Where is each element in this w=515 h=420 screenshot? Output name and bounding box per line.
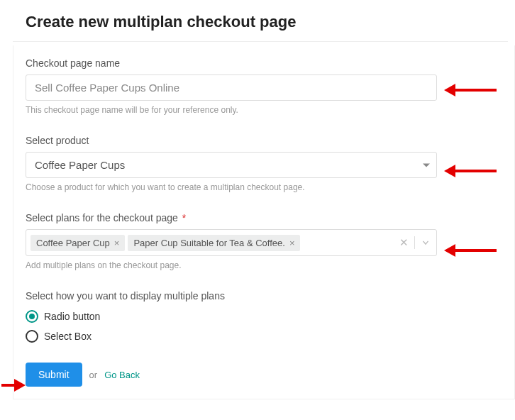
plan-tag: Coffee Paper Cup ×	[31, 235, 125, 251]
display-field: Select how you want to display multiple …	[26, 290, 437, 343]
plans-label: Select plans for the checkout page *	[26, 212, 437, 223]
product-label: Select product	[26, 135, 437, 146]
page-title: Create new multiplan checkout page	[26, 13, 437, 31]
checkout-name-field: Checkout page name This checkout page na…	[26, 57, 437, 115]
checkout-name-helper: This checkout page name will be for your…	[26, 105, 437, 115]
separator	[414, 236, 415, 249]
plan-tag: Paper Cup Suitable for Tea & Coffee. ×	[128, 235, 300, 251]
radio-icon	[26, 330, 38, 343]
required-indicator: *	[182, 212, 186, 223]
product-selected-value: Coffee Paper Cups	[35, 159, 125, 171]
submit-button[interactable]: Submit	[26, 363, 82, 387]
radio-label: Select Box	[44, 331, 92, 342]
product-helper: Choose a product for which you want to c…	[26, 182, 437, 192]
go-back-link[interactable]: Go Back	[104, 370, 140, 380]
plans-field: Select plans for the checkout page * Cof…	[26, 212, 437, 270]
radio-label: Radio button	[44, 311, 100, 322]
chevron-down-icon[interactable]	[419, 238, 432, 248]
checkout-name-label: Checkout page name	[26, 57, 437, 69]
remove-tag-icon[interactable]: ×	[114, 238, 120, 248]
clear-all-icon[interactable]: ✕	[398, 236, 410, 249]
plans-label-text: Select plans for the checkout page	[26, 212, 178, 223]
display-option-radio-button[interactable]: Radio button	[26, 310, 437, 323]
checkout-name-input[interactable]	[26, 74, 437, 101]
radio-icon	[26, 310, 38, 323]
product-field: Select product Coffee Paper Cups Choose …	[26, 135, 437, 192]
remove-tag-icon[interactable]: ×	[289, 238, 295, 248]
plan-tag-label: Paper Cup Suitable for Tea & Coffee.	[133, 238, 284, 248]
display-option-select-box[interactable]: Select Box	[26, 330, 437, 343]
plans-helper: Add multiple plans on the checkout page.	[26, 260, 437, 270]
display-label: Select how you want to display multiple …	[26, 290, 437, 302]
plans-multiselect[interactable]: Coffee Paper Cup × Paper Cup Suitable fo…	[26, 229, 437, 256]
form-actions: Submit or Go Back	[26, 363, 437, 387]
plan-tag-label: Coffee Paper Cup	[36, 238, 110, 248]
or-text: or	[89, 370, 98, 380]
product-select[interactable]: Coffee Paper Cups	[26, 152, 437, 178]
divider	[13, 41, 508, 42]
chevron-down-icon	[423, 163, 430, 167]
